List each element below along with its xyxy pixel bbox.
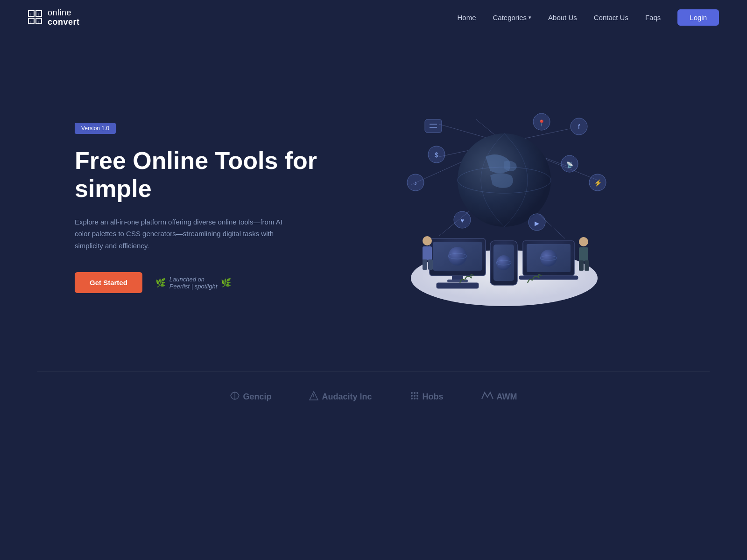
svg-text:↓: ↓ bbox=[30, 20, 32, 24]
svg-text:📍: 📍 bbox=[538, 119, 546, 127]
main-nav: Home Categories ▾ About Us Contact Us Fa… bbox=[457, 9, 719, 26]
svg-text:♪: ♪ bbox=[414, 179, 417, 187]
svg-point-53 bbox=[496, 255, 511, 270]
svg-rect-57 bbox=[423, 259, 427, 270]
version-badge: Version 1.0 bbox=[75, 123, 116, 134]
laurel-right-icon: 🌿 bbox=[221, 278, 231, 288]
partner-audacity: Audacity Inc bbox=[309, 391, 372, 403]
svg-text:📡: 📡 bbox=[566, 161, 573, 168]
hero-illustration: f ♪ ⚡ 📍 $ 📡 bbox=[317, 91, 691, 325]
nav-categories[interactable]: Categories ▾ bbox=[493, 14, 531, 21]
gencip-icon bbox=[230, 391, 240, 403]
svg-point-73 bbox=[414, 398, 416, 399]
audacity-icon bbox=[309, 391, 319, 403]
svg-rect-45 bbox=[437, 283, 479, 288]
svg-rect-56 bbox=[423, 246, 432, 260]
illustration: f ♪ ⚡ 📍 $ 📡 bbox=[383, 96, 626, 320]
partner-gencip: Gencip bbox=[230, 391, 271, 403]
logo-icon: ↑ ↑ ↓ ↓ bbox=[28, 10, 43, 25]
svg-point-69 bbox=[411, 395, 413, 397]
svg-point-71 bbox=[416, 395, 418, 397]
svg-text:▶: ▶ bbox=[535, 220, 539, 227]
chevron-down-icon: ▾ bbox=[529, 14, 531, 21]
svg-rect-58 bbox=[428, 259, 433, 270]
svg-rect-61 bbox=[579, 260, 584, 271]
peerlist-text: Launched on Peerlist | spotlight bbox=[169, 276, 217, 290]
awm-icon bbox=[481, 391, 494, 403]
svg-rect-22 bbox=[425, 119, 442, 133]
svg-point-55 bbox=[423, 236, 432, 245]
svg-text:⚡: ⚡ bbox=[593, 179, 602, 187]
svg-text:↓: ↓ bbox=[37, 20, 40, 24]
login-button[interactable]: Login bbox=[677, 9, 719, 26]
header: ↑ ↑ ↓ ↓ online convert Home Categories ▾… bbox=[0, 0, 747, 35]
svg-text:$: $ bbox=[435, 151, 438, 159]
svg-point-68 bbox=[416, 392, 418, 394]
svg-point-74 bbox=[416, 398, 418, 399]
laurel-left-icon: 🌿 bbox=[155, 278, 166, 288]
hero-section: Version 1.0 Free Online Tools for simple… bbox=[0, 35, 747, 371]
hero-content: Version 1.0 Free Online Tools for simple… bbox=[75, 123, 317, 293]
partner-awm: AWM bbox=[481, 391, 517, 403]
svg-point-66 bbox=[411, 392, 413, 394]
peerlist-brand: Peerlist | spotlight bbox=[169, 283, 217, 290]
peerlist-badge: 🌿 Launched on Peerlist | spotlight 🌿 bbox=[155, 276, 231, 290]
svg-point-72 bbox=[411, 398, 413, 399]
illustration-svg: f ♪ ⚡ 📍 $ 📡 bbox=[383, 96, 626, 320]
svg-point-59 bbox=[579, 237, 588, 246]
nav-faqs[interactable]: Faqs bbox=[645, 14, 661, 21]
nav-home[interactable]: Home bbox=[457, 14, 476, 21]
svg-text:↑: ↑ bbox=[30, 12, 32, 17]
partners-section: Gencip Audacity Inc Hobs AWM bbox=[37, 371, 710, 431]
svg-rect-60 bbox=[579, 247, 588, 261]
svg-point-41 bbox=[448, 247, 467, 266]
svg-text:↑: ↑ bbox=[37, 12, 40, 17]
nav-about[interactable]: About Us bbox=[548, 14, 577, 21]
svg-text:♥: ♥ bbox=[460, 217, 464, 224]
svg-point-70 bbox=[414, 395, 416, 397]
logo-text: online convert bbox=[48, 8, 80, 27]
svg-rect-50 bbox=[519, 276, 578, 280]
logo-line2: convert bbox=[48, 18, 80, 27]
svg-point-48 bbox=[540, 250, 557, 266]
get-started-button[interactable]: Get Started bbox=[75, 272, 142, 293]
logo[interactable]: ↑ ↑ ↓ ↓ online convert bbox=[28, 8, 80, 27]
hero-description: Explore an all-in-one platform offering … bbox=[75, 216, 289, 252]
nav-contact[interactable]: Contact Us bbox=[594, 14, 628, 21]
hobs-icon bbox=[409, 391, 420, 403]
hero-title: Free Online Tools for simple bbox=[75, 147, 317, 203]
svg-rect-62 bbox=[585, 260, 589, 271]
svg-text:f: f bbox=[578, 123, 580, 131]
svg-point-67 bbox=[414, 392, 416, 394]
hero-actions: Get Started 🌿 Launched on Peerlist | spo… bbox=[75, 272, 317, 293]
partner-hobs: Hobs bbox=[409, 391, 444, 403]
peerlist-launched: Launched on bbox=[169, 276, 217, 283]
logo-line1: online bbox=[48, 8, 80, 18]
